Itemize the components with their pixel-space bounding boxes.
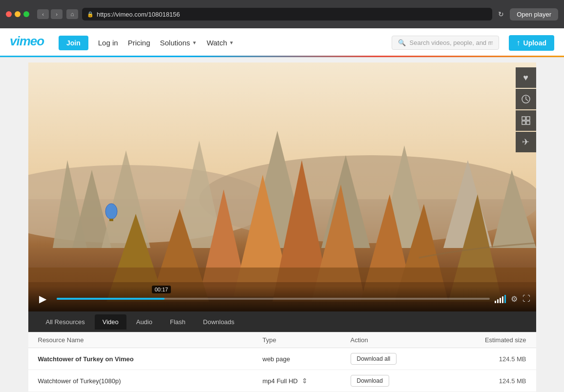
action-cell-2: Download (351, 375, 448, 387)
vol-bar-2 (497, 299, 499, 303)
resources-table: Resource Name Type Action Estimated size… (28, 332, 536, 392)
resource-size-1: 124.5 MB (448, 355, 526, 363)
solutions-chevron-icon: ▼ (192, 40, 197, 45)
search-icon: 🔍 (398, 39, 406, 46)
upload-button[interactable]: ↑ Upload (509, 35, 554, 51)
video-background (28, 62, 536, 311)
video-controls: ▶ 00:17 ⚙ ⛶ (28, 286, 536, 311)
traffic-lights (6, 11, 29, 17)
watch-chevron-icon: ▼ (229, 40, 234, 45)
resource-size-2: 124.5 MB (448, 377, 526, 385)
col-resource-name: Resource Name (38, 336, 263, 344)
fullscreen-icon[interactable]: ⛶ (522, 294, 530, 303)
table-row: Watchtower of Turkey on Vimeo web page D… (28, 348, 536, 370)
resources-tabs: All Resources Video Audio Flash Download… (28, 311, 536, 332)
collections-icon[interactable] (516, 110, 536, 131)
play-button[interactable]: ▶ (34, 290, 52, 308)
minimize-button[interactable] (15, 11, 21, 17)
table-header: Resource Name Type Action Estimated size (28, 332, 536, 348)
svg-rect-30 (526, 117, 530, 120)
share-icon[interactable]: ✈ (516, 132, 536, 152)
vimeo-logo[interactable]: vimeo (10, 34, 49, 52)
video-action-icons: ♥ ✈ (516, 67, 536, 152)
tab-flash[interactable]: Flash (162, 314, 193, 330)
progress-bar[interactable]: 00:17 (57, 297, 490, 300)
tab-downloads[interactable]: Downloads (195, 314, 242, 330)
url-text: https://vimeo.com/108018156 (97, 11, 180, 18)
browser-chrome: ‹ › ⌂ 🔒 https://vimeo.com/108018156 ↻ Op… (0, 0, 564, 28)
resource-name-1: Watchtower of Turkey on Vimeo (38, 355, 263, 363)
login-link[interactable]: Log in (98, 39, 118, 47)
resource-type-2: mp4 Full HD ⇕ (263, 377, 351, 385)
reload-button[interactable]: ↻ (496, 9, 506, 19)
resource-type-1: web page (263, 355, 351, 363)
back-button[interactable]: ‹ (37, 9, 49, 19)
solutions-link[interactable]: Solutions ▼ (160, 39, 197, 47)
nav-buttons: ‹ › (37, 9, 63, 19)
forward-button[interactable]: › (51, 9, 63, 19)
vol-bar-4 (502, 296, 503, 303)
tab-video[interactable]: Video (95, 314, 126, 330)
svg-rect-31 (522, 121, 525, 124)
svg-rect-27 (109, 219, 113, 221)
watch-later-icon[interactable] (516, 89, 536, 109)
vol-bar-5 (504, 295, 506, 303)
settings-icon[interactable]: ⚙ (511, 294, 518, 304)
maximize-button[interactable] (23, 11, 29, 17)
svg-rect-29 (522, 117, 525, 120)
like-icon[interactable]: ♥ (516, 67, 536, 88)
page-content: ♥ ✈ ▶ 00:17 (0, 58, 564, 392)
watch-link[interactable]: Watch ▼ (207, 39, 234, 47)
table-row: Watchtower of Turkey(1080p) mp4 Full HD … (28, 370, 536, 392)
tab-audio[interactable]: Audio (128, 314, 160, 330)
download-all-button[interactable]: Download all (351, 353, 397, 365)
col-action: Action (351, 336, 448, 344)
col-type: Type (263, 336, 351, 344)
quality-selector-icon[interactable]: ⇕ (302, 377, 308, 385)
close-button[interactable] (6, 11, 12, 17)
upload-icon: ↑ (517, 39, 521, 47)
search-input[interactable] (410, 39, 493, 46)
video-container: ♥ ✈ ▶ 00:17 (28, 62, 536, 311)
volume-control[interactable] (495, 295, 506, 303)
svg-rect-32 (526, 121, 530, 124)
pricing-link[interactable]: Pricing (128, 39, 150, 47)
svg-text:vimeo: vimeo (10, 34, 44, 48)
action-cell-1: Download all (351, 353, 448, 365)
vol-bar-3 (500, 298, 501, 303)
join-button[interactable]: Join (59, 36, 88, 50)
time-tooltip: 00:17 (152, 286, 171, 293)
progress-track (57, 298, 490, 300)
home-button[interactable]: ⌂ (66, 9, 78, 19)
vimeo-navbar: vimeo Join Log in Pricing Solutions ▼ Wa… (0, 28, 564, 58)
lock-icon: 🔒 (87, 11, 94, 18)
vol-bar-1 (495, 301, 496, 303)
download-button[interactable]: Download (351, 375, 389, 387)
address-bar[interactable]: 🔒 https://vimeo.com/108018156 (82, 8, 492, 21)
progress-fill (57, 298, 165, 300)
search-bar[interactable]: 🔍 (392, 36, 499, 50)
tab-all-resources[interactable]: All Resources (38, 314, 93, 330)
resource-name-2: Watchtower of Turkey(1080p) (38, 377, 263, 385)
open-player-button[interactable]: Open player (510, 8, 558, 21)
col-size: Estimated size (448, 336, 526, 344)
